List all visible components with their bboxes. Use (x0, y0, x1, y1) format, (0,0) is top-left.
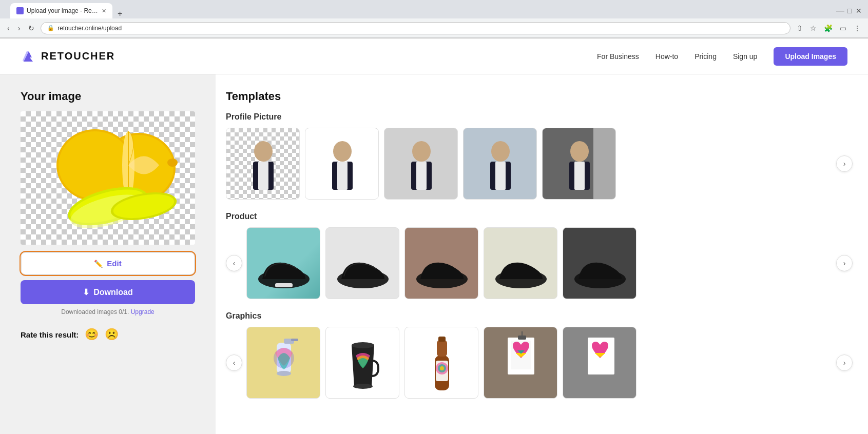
shoe-svg (405, 228, 478, 299)
svg-rect-30 (275, 283, 293, 287)
edit-button[interactable]: ✏️ Edit (21, 252, 195, 275)
template-item[interactable] (325, 227, 399, 299)
template-item[interactable] (325, 327, 399, 399)
template-item[interactable] (484, 327, 557, 399)
url-text: retoucher.online/upload (57, 25, 122, 32)
shoe-svg (484, 228, 557, 299)
graphics-scroll (246, 327, 832, 399)
nav-sign-up[interactable]: Sign up (733, 52, 757, 61)
graphic-svg (247, 327, 320, 399)
template-item[interactable] (404, 327, 478, 399)
active-tab[interactable]: Upload your image - Retoucher ✕ (10, 3, 112, 18)
window-controls: — □ ✕ (836, 7, 863, 15)
person-svg (543, 128, 616, 200)
logo-text: RETOUCHER (41, 50, 115, 62)
upload-images-button[interactable]: Upload Images (774, 47, 847, 66)
product-scroll-left[interactable]: ‹ (226, 255, 242, 271)
svg-rect-45 (438, 337, 446, 342)
svg-rect-39 (291, 339, 298, 341)
product-section: Product ‹ (226, 212, 853, 299)
graphics-section: Graphics ‹ (226, 311, 853, 399)
browser-chrome: Upload your image - Retoucher ✕ + — □ ✕ … (0, 0, 868, 38)
tab-bar: Upload your image - Retoucher ✕ + (5, 3, 832, 18)
nav-pricing[interactable]: Pricing (695, 52, 717, 61)
download-sub: Downloaded images 0/1. Upgrade (21, 308, 195, 315)
sad-emoji[interactable]: ☹️ (105, 328, 119, 341)
refresh-button[interactable]: ↻ (26, 23, 36, 33)
maximize-button[interactable]: □ (845, 7, 854, 15)
close-button[interactable]: ✕ (855, 7, 863, 15)
template-item[interactable] (463, 128, 537, 200)
svg-point-42 (353, 384, 373, 389)
svg-point-14 (254, 141, 273, 162)
tab-title: Upload your image - Retoucher (27, 7, 99, 14)
download-button[interactable]: ⬇ Download (21, 280, 195, 304)
new-tab-button[interactable]: + (114, 9, 125, 18)
template-item[interactable] (246, 227, 320, 299)
pencil-icon: ✏️ (94, 260, 103, 268)
svg-point-20 (412, 141, 431, 162)
template-item[interactable] (542, 128, 616, 200)
shoe-svg (326, 228, 399, 299)
rate-label: Rate this result: (21, 330, 79, 339)
main-content: Your image (0, 74, 868, 434)
svg-point-41 (352, 342, 374, 348)
header-nav: For Business How-to Pricing Sign up Uplo… (597, 47, 847, 66)
svg-rect-44 (437, 340, 447, 357)
lemon-image (21, 111, 195, 245)
upgrade-link[interactable]: Upgrade (131, 308, 155, 315)
product-label: Product (226, 212, 853, 221)
svg-point-40 (277, 371, 291, 376)
logo[interactable]: RETOUCHER (21, 48, 115, 65)
happy-emoji[interactable]: 😊 (85, 328, 99, 341)
template-item[interactable] (563, 227, 636, 299)
tab-close-button[interactable]: ✕ (102, 8, 106, 14)
svg-rect-22 (416, 162, 427, 190)
bookmark-button[interactable]: ☆ (808, 23, 819, 33)
nav-how-to[interactable]: How-to (655, 52, 678, 61)
graphics-scroll-right[interactable]: › (836, 354, 853, 371)
shoe-svg (563, 228, 636, 299)
svg-rect-19 (337, 162, 348, 190)
template-item[interactable] (563, 327, 636, 399)
svg-rect-16 (258, 162, 268, 190)
rate-section: Rate this result: 😊 ☹️ (21, 328, 195, 341)
share-button[interactable]: ⇧ (795, 23, 805, 33)
svg-rect-52 (518, 336, 526, 340)
left-panel: Your image (0, 74, 216, 434)
template-item[interactable] (246, 327, 320, 399)
profile-picture-label: Profile Picture (226, 112, 853, 122)
menu-button[interactable]: ⋮ (852, 23, 863, 33)
template-item[interactable] (305, 128, 379, 200)
forward-button[interactable]: › (16, 23, 23, 33)
template-item[interactable] (484, 227, 557, 299)
templates-title: Templates (226, 90, 853, 103)
product-scroll-right[interactable]: › (836, 255, 853, 271)
svg-point-26 (570, 141, 589, 162)
address-bar[interactable]: 🔒 retoucher.online/upload (41, 22, 790, 34)
profile-scroll-right[interactable]: › (836, 155, 853, 172)
template-item[interactable] (384, 128, 458, 200)
graphic-svg (484, 327, 557, 399)
sidebar-button[interactable]: ▭ (838, 23, 848, 33)
person-svg (464, 128, 537, 200)
minimize-button[interactable]: — (836, 7, 844, 15)
svg-point-49 (440, 366, 444, 370)
address-bar-row: ‹ › ↻ 🔒 retoucher.online/upload ⇧ ☆ 🧩 ▭ … (0, 18, 868, 38)
svg-rect-28 (574, 162, 585, 190)
template-item[interactable] (226, 128, 300, 200)
extensions-button[interactable]: 🧩 (822, 23, 835, 33)
shoe-svg (247, 228, 320, 299)
graphics-row: ‹ (226, 327, 853, 399)
graphics-scroll-left[interactable]: ‹ (226, 354, 242, 371)
graphic-svg (563, 327, 636, 399)
back-button[interactable]: ‹ (5, 23, 12, 33)
graphic-svg (326, 327, 399, 399)
svg-point-17 (333, 141, 352, 162)
profile-picture-row: › (226, 128, 853, 200)
person-svg (305, 128, 379, 200)
profile-scroll (226, 128, 832, 200)
nav-for-business[interactable]: For Business (597, 52, 639, 61)
image-preview (21, 111, 195, 245)
template-item[interactable] (404, 227, 478, 299)
